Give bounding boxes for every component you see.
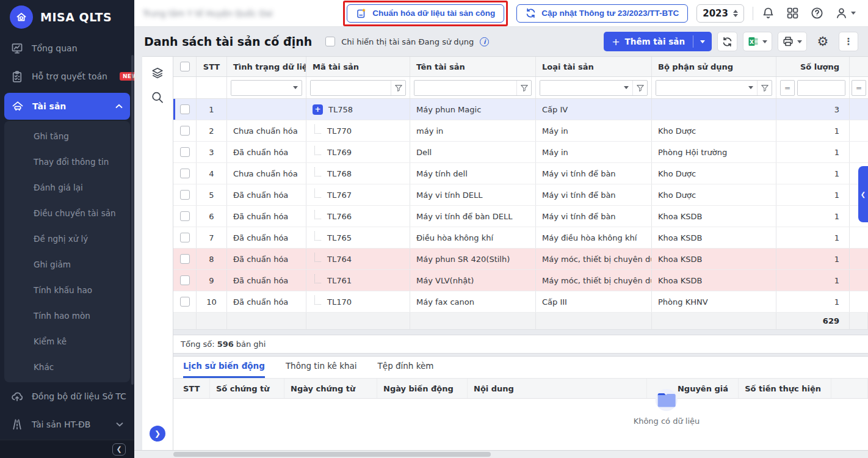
add-asset-button[interactable]: + Thêm tài sản [604,32,712,51]
expand-plus-icon[interactable]: + [313,104,323,115]
qty-operator-button[interactable]: = [780,80,795,96]
dept-filter-dropdown[interactable] [656,80,772,96]
settings-gear-icon[interactable]: ⚙ [812,32,833,51]
detail-tab[interactable]: Tệp đính kèm [378,361,434,378]
sidebar-item-tai-san[interactable]: Tài sản [4,93,130,120]
year-selector[interactable]: 2023 [696,4,744,23]
grid-column-header[interactable]: Tên tài sản [410,57,536,76]
status-filter-dropdown[interactable] [231,80,302,96]
status-filter-input[interactable] [231,81,289,95]
grid-column-header[interactable]: Mã tài sản [306,57,410,76]
table-row[interactable]: 3Đã chuẩn hóaTL769DellMáy inPhòng Hội tr… [173,142,868,163]
sidebar-subitem[interactable]: Đánh giá lại [4,175,130,200]
help-icon[interactable] [811,7,823,20]
row-checkbox[interactable] [180,254,190,264]
detail-column-header[interactable]: Số chứng từ [210,379,284,398]
org-name[interactable]: Trung tâm Y tế Huyện Quốc Oai [143,9,273,18]
funnel-icon[interactable] [632,81,647,95]
year-spinner-icon[interactable] [733,10,738,17]
grid-column-header[interactable]: Loại tài sản [536,57,652,76]
row-checkbox[interactable] [180,297,190,307]
type-filter-dropdown[interactable] [540,80,648,96]
topbar: Trung tâm Y tế Huyện Quốc Oai Chuẩn hóa … [134,0,868,27]
sidebar-item-tai-san-ht-db[interactable]: Tài sản HT-ĐB [0,410,134,438]
qty-filter-input[interactable] [798,81,845,95]
code-filter-input[interactable] [311,81,391,95]
sidebar-scrollbar[interactable] [131,55,134,385]
row-checkbox[interactable] [180,233,190,242]
table-row[interactable]: 6Đã chuẩn hóaTL766Máy vi tính để bàn DEL… [173,206,868,227]
update-circular-button[interactable]: Cập nhật Thông tư 23/2023/TT-BTC [516,4,688,23]
table-row[interactable]: 9Đã chuẩn hóaTL761Máy VLV(nhật)Máy móc, … [173,270,868,291]
sidebar-subitem[interactable]: Ghi tăng [4,123,130,149]
detail-column-header[interactable]: STT [173,379,210,398]
apps-grid-icon[interactable] [786,7,799,20]
table-row[interactable]: 4Chưa chuẩn hóaTL768Máy tính dellMáy vi … [173,163,868,184]
user-icon[interactable] [835,7,856,20]
grid-column-header[interactable]: Số lượng [776,57,850,76]
detail-column-header[interactable]: Ngày biến động [377,379,468,398]
detail-tab[interactable]: Thông tin kê khai [286,361,357,378]
sidebar-subitem[interactable]: Thay đổi thông tin [4,149,130,175]
sidebar-subitem[interactable]: Ghi giảm [4,252,130,277]
refresh-button[interactable] [717,32,737,51]
sidebar-collapse-button[interactable]: ❮ [112,443,126,456]
search-icon[interactable] [151,91,164,104]
expand-panel-button[interactable]: ❯ [150,426,165,442]
standardize-data-button[interactable]: Chuẩn hóa dữ liệu tài sản công [347,4,504,23]
sidebar-item-tong-quan[interactable]: Tổng quan [0,34,134,62]
sidebar-item-ho-tro-quyet-toan[interactable]: Hỗ trợ quyết toán NEW [0,62,134,90]
right-panel-toggle[interactable]: ❮ [858,166,868,222]
detail-column-header[interactable]: Nội dung [468,379,647,398]
horizontal-scrollbar[interactable] [134,450,868,458]
scrollbar-thumb[interactable] [173,452,491,457]
sidebar-subitem[interactable]: Khác [4,354,130,380]
sidebar-subitem[interactable]: Kiểm kê [4,329,130,354]
dept-filter-input[interactable] [656,81,745,95]
layers-icon[interactable] [151,67,164,79]
sidebar-item-label: Đồng bộ dữ liệu Sở TC [32,391,126,401]
sidebar-subitem[interactable]: Tính hao mòn [4,303,130,329]
grid-column-header[interactable]: Tình trạng dữ liệu [227,57,306,76]
row-checkbox[interactable] [180,211,190,221]
sidebar-item-label: Tổng quan [32,43,78,53]
row-checkbox[interactable] [180,104,190,114]
grid-column-header[interactable]: Bộ phận sử dụng [652,57,776,76]
more-options-button[interactable]: ⋮ [839,32,858,51]
funnel-icon[interactable] [516,81,531,95]
table-row[interactable]: 5Đã chuẩn hóaTL767Máy vi tính DELLMáy vi… [173,184,868,206]
name-filter-input[interactable] [414,81,516,95]
table-row[interactable]: 2Chưa chuẩn hóaTL770máy inMáy inKho Dược… [173,120,868,142]
type-filter-input[interactable] [540,81,620,95]
row-checkbox[interactable] [180,147,190,157]
row-checkbox[interactable] [180,126,190,136]
row-name: Dell [410,142,536,162]
select-all-checkbox[interactable] [180,62,190,71]
table-row[interactable]: 7Đã chuẩn hóaTL765Điều hòa không khíMáy … [173,227,868,249]
detail-header-stub [831,379,868,398]
table-row[interactable]: 8Đã chuẩn hóaTL764Máy phun SR 420(Stilh)… [173,249,868,270]
stub-operator-button[interactable]: = [852,80,866,96]
sidebar-subitem[interactable]: Điều chuyển tài sản [4,200,130,226]
table-row[interactable]: 1+TL758Máy phun MagicCấp IV3 [173,99,868,120]
info-icon[interactable]: i [480,37,489,46]
export-excel-button[interactable]: X [743,32,772,51]
detail-column-header[interactable]: Ngày chứng từ [284,379,377,398]
add-asset-dropdown[interactable] [693,32,712,51]
detail-column-header[interactable]: Số tiền thực hiện [739,379,831,398]
funnel-icon[interactable] [391,81,405,95]
row-checkbox[interactable] [180,275,190,285]
funnel-icon[interactable] [757,81,772,95]
table-row[interactable]: 10Đã chuẩn hóaTL170Máy fax canonCấp IIIP… [173,291,868,313]
sidebar-subitem[interactable]: Tính khấu hao [4,277,130,303]
sidebar-item-dong-bo[interactable]: Đồng bộ dữ liệu Sở TC [0,382,134,410]
detail-tab[interactable]: Lịch sử biến động [183,361,265,378]
bell-icon[interactable] [762,7,775,20]
grid-column-header[interactable]: STT [197,57,227,76]
in-use-filter-checkbox[interactable] [325,37,335,46]
sidebar-subitem[interactable]: Đề nghị xử lý [4,226,130,252]
row-code: TL767 [306,184,410,205]
row-checkbox[interactable] [180,190,190,200]
print-button[interactable] [778,32,807,51]
row-checkbox[interactable] [180,169,190,178]
